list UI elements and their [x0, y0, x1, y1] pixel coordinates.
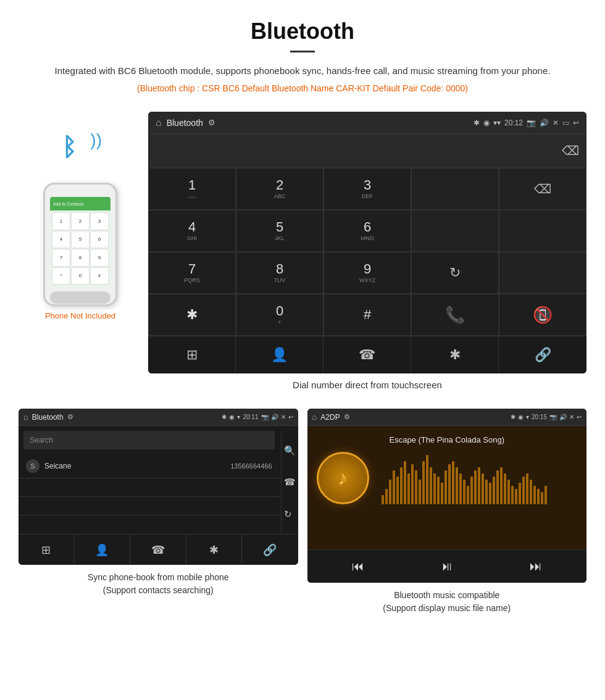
prev-button[interactable]: ⏮: [343, 556, 373, 577]
music-caption-line1: Bluetooth music compatible: [394, 590, 499, 600]
close-icon[interactable]: ✕: [553, 119, 559, 127]
phone-key[interactable]: 2: [71, 212, 90, 230]
music-bar: [515, 489, 517, 504]
key-empty-1: [411, 168, 499, 210]
key-main-3: 3: [364, 178, 371, 192]
phonebook-home-icon[interactable]: ⌂: [23, 412, 28, 422]
phone-key[interactable]: 6: [90, 231, 109, 249]
key-4[interactable]: 4 GHI: [148, 210, 236, 252]
music-bar: [470, 477, 473, 504]
phone-key[interactable]: 5: [71, 231, 90, 249]
phone-key[interactable]: 1: [52, 212, 70, 230]
key-1[interactable]: 1 ⌓⌓: [148, 168, 236, 210]
music-back-icon[interactable]: ↩: [577, 414, 582, 420]
call-side-icon[interactable]: ☎: [284, 477, 296, 488]
pb-nav-phone[interactable]: ☎: [130, 535, 186, 565]
time-display: 20:12: [504, 119, 523, 127]
bluetooth-symbol-icon: ᛒ: [62, 133, 77, 161]
music-bar: [396, 477, 399, 504]
pb-back-icon[interactable]: ↩: [288, 414, 293, 420]
key-sub-4: GHI: [187, 235, 197, 241]
location-icon: ◉: [483, 119, 490, 127]
search-side-icon[interactable]: 🔍: [284, 445, 296, 456]
play-pause-button[interactable]: ⏯: [432, 556, 462, 577]
music-home-icon[interactable]: ⌂: [312, 412, 317, 422]
phonebook-title: Bluetooth: [32, 413, 64, 422]
key-6[interactable]: 6 MNO: [323, 210, 411, 252]
nav-bluetooth[interactable]: ✱: [411, 336, 499, 373]
empty-row-3: [19, 515, 280, 534]
nav-phone[interactable]: ☎: [323, 336, 411, 373]
key-8[interactable]: 8 TUV: [236, 252, 323, 294]
search-bar[interactable]: Search: [23, 431, 275, 449]
key-call[interactable]: 📞: [411, 294, 499, 336]
nav-contacts[interactable]: 👤: [236, 336, 323, 373]
pb-close-icon[interactable]: ✕: [281, 414, 286, 420]
pb-nav-bluetooth[interactable]: ✱: [186, 535, 243, 565]
page-description: Integrated with BC6 Bluetooth module, su…: [49, 64, 556, 78]
music-close-icon[interactable]: ✕: [569, 414, 574, 420]
phone-key[interactable]: 7: [52, 249, 70, 267]
key-end-call[interactable]: 📵: [499, 294, 586, 336]
phone-key[interactable]: #: [90, 267, 109, 285]
phone-key[interactable]: *: [52, 267, 70, 285]
music-vol-icon: 🔊: [559, 414, 567, 420]
music-bar: [400, 467, 403, 504]
music-bar: [430, 467, 432, 504]
dial-display: ⌫: [148, 134, 586, 167]
music-bar: [507, 480, 510, 504]
key-main-7: 7: [188, 262, 196, 276]
phonebook-usb-icon: ⚙: [67, 413, 73, 421]
music-panel: ⌂ A2DP ⚙ ✱ ◉ ▾ 20:15 📷 🔊 ✕ ↩ Escape (The: [307, 409, 587, 615]
music-bar: [419, 480, 421, 504]
key-star[interactable]: ✱: [148, 294, 236, 336]
music-bar: [459, 473, 462, 504]
phone-key[interactable]: 9: [90, 249, 109, 267]
phone-image: Add to Contacts 1 2 3 4 5 6 7 8 9 * 0 #: [43, 183, 117, 306]
music-bt-icon: ✱: [511, 414, 515, 420]
music-bar: [485, 480, 488, 504]
backspace-cell[interactable]: ⌫: [499, 168, 586, 210]
key-empty-4: [499, 252, 586, 294]
music-bar: [407, 473, 410, 504]
phone-key[interactable]: 0: [71, 267, 90, 285]
home-icon[interactable]: ⌂: [156, 117, 162, 128]
music-note-icon: ♪: [338, 467, 348, 490]
refresh-side-icon[interactable]: ↻: [284, 509, 296, 520]
pb-nav-contacts[interactable]: 👤: [75, 535, 131, 565]
key-5[interactable]: 5 JKL: [236, 210, 323, 252]
phone-key[interactable]: 4: [52, 231, 70, 249]
next-button[interactable]: ⏭: [520, 556, 551, 577]
backspace-button[interactable]: ⌫: [562, 143, 579, 158]
dial-top-left: ⌂ Bluetooth ⚙: [156, 117, 215, 128]
nav-dialpad[interactable]: ⊞: [148, 336, 236, 373]
key-2[interactable]: 2 ABC: [236, 168, 323, 210]
key-hash[interactable]: #: [323, 294, 411, 336]
key-9[interactable]: 9 WXYZ: [323, 252, 411, 294]
key-refresh[interactable]: ↻: [411, 252, 499, 294]
dial-top-bar: ⌂ Bluetooth ⚙ ✱ ◉ ▾▾ 20:12 📷 🔊 ✕ ▭ ↩: [148, 112, 586, 134]
phone-home-button[interactable]: [50, 291, 111, 304]
back-icon[interactable]: ↩: [573, 119, 579, 127]
music-screen: ⌂ A2DP ⚙ ✱ ◉ ▾ 20:15 📷 🔊 ✕ ↩ Escape (The: [307, 409, 587, 583]
bluetooth-status-icon: ✱: [474, 119, 480, 127]
key-0[interactable]: 0 +: [236, 294, 323, 336]
nav-link[interactable]: 🔗: [499, 336, 586, 373]
music-caption: Bluetooth music compatible (Support disp…: [383, 589, 511, 615]
music-title: A2DP: [320, 413, 340, 422]
main-content: ᛒ )) Add to Contacts 1 2 3 4 5 6 7 8 9 *: [0, 106, 605, 396]
phone-not-included-label: Phone Not Included: [45, 311, 115, 320]
music-bar: [519, 483, 521, 504]
phone-keypad: 1 2 3 4 5 6 7 8 9 * 0 #: [50, 210, 111, 286]
contact-row[interactable]: S Seicane 13566664466: [19, 454, 280, 478]
key-7[interactable]: 7 PQRS: [148, 252, 236, 294]
music-bar: [393, 470, 395, 504]
key-3[interactable]: 3 DEF: [323, 168, 411, 210]
phone-key[interactable]: 3: [90, 212, 109, 230]
pb-nav-link[interactable]: 🔗: [242, 535, 298, 565]
phone-key[interactable]: 8: [71, 249, 90, 267]
music-bar: [415, 470, 417, 504]
key-main-4: 4: [188, 220, 196, 234]
pb-nav-dialpad[interactable]: ⊞: [19, 535, 75, 565]
music-bar: [441, 483, 443, 504]
